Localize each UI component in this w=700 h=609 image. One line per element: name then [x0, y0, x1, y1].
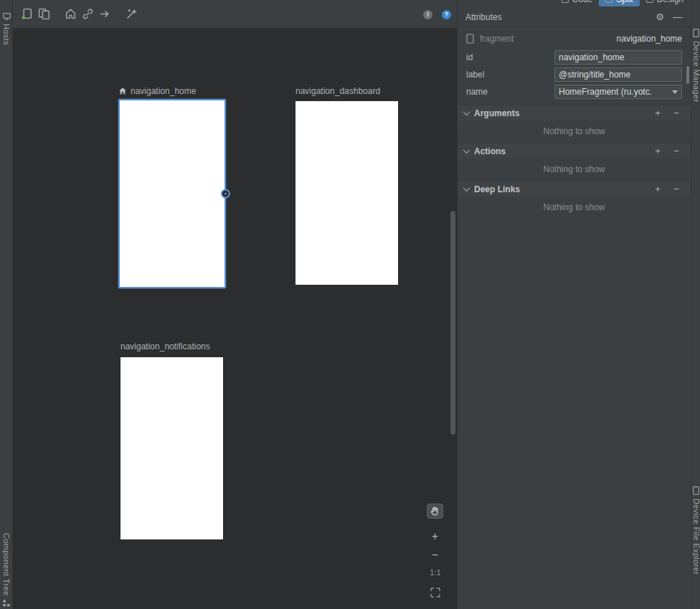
fragment-title-label: navigation_home — [131, 86, 196, 96]
navigation-editor-window: Code Split Design Hosts Component Tree — [0, 0, 700, 609]
fragment-title-label: navigation_notifications — [120, 341, 210, 351]
section-deep-links-header[interactable]: Deep Links + − — [458, 181, 691, 197]
attribute-sections: Arguments + − Nothing to show Actions + … — [458, 105, 691, 219]
action-arrow-icon — [99, 8, 111, 20]
id-field[interactable]: navigation_home — [554, 50, 682, 65]
name-field-label: name — [466, 87, 554, 97]
attributes-panel: Attributes ⚙ — fragment navigation_home … — [457, 0, 691, 609]
nested-graph-button[interactable] — [35, 6, 52, 23]
add-action-button[interactable] — [96, 6, 113, 23]
navigation-toolbar: ! ? — [13, 0, 457, 29]
add-argument-button[interactable]: + — [652, 108, 663, 118]
pan-button[interactable] — [427, 504, 443, 519]
attributes-scrollbar[interactable] — [686, 66, 689, 84]
empty-state-text: Nothing to show — [458, 159, 691, 181]
design-icon — [646, 0, 653, 3]
fragment-icon — [466, 34, 474, 44]
toolwindow-component-tree[interactable]: Component Tree — [0, 533, 13, 607]
component-id-value: navigation_home — [617, 34, 682, 44]
remove-action-button[interactable]: − — [671, 146, 682, 156]
toolwindow-device-manager[interactable]: Device Manager — [691, 29, 700, 103]
component-type-label: fragment — [480, 34, 514, 44]
chevron-down-icon — [463, 146, 470, 154]
assign-start-destination-button[interactable] — [62, 6, 79, 23]
field-row-name: name HomeFragment (ru.yotc. — [458, 83, 691, 100]
section-title: Arguments — [474, 108, 519, 118]
device-file-explorer-label: Device File Explorer — [692, 499, 700, 575]
start-destination-home-icon — [118, 87, 127, 95]
label-field[interactable]: @string/title_home — [554, 67, 682, 82]
component-type-row: fragment navigation_home — [458, 30, 691, 47]
attribute-fields: id navigation_home label @string/title_h… — [458, 49, 691, 100]
device-manager-label: Device Manager — [692, 41, 700, 103]
name-combobox[interactable]: HomeFragment (ru.yotc. — [554, 85, 682, 99]
component-tree-icon — [3, 600, 10, 607]
action-handle[interactable] — [221, 189, 230, 199]
chevron-down-icon — [463, 184, 470, 192]
field-row-label: label @string/title_home — [458, 66, 691, 83]
zoom-to-fit-icon — [430, 587, 441, 598]
navigation-graph-canvas[interactable]: navigation_home navigation_dashboard nav… — [13, 29, 457, 609]
fragment-notifications-preview[interactable] — [120, 357, 223, 539]
fragment-notifications-title[interactable]: navigation_notifications — [120, 341, 210, 352]
tab-split-label: Split — [616, 0, 633, 4]
fragment-dashboard-title[interactable]: navigation_dashboard — [295, 85, 380, 97]
add-action-button[interactable]: + — [652, 146, 663, 156]
help-icon[interactable]: ? — [442, 10, 451, 19]
code-icon — [562, 0, 569, 3]
hand-icon — [430, 506, 440, 516]
name-combobox-value: HomeFragment (ru.yotc. — [559, 85, 669, 98]
tab-design-label: Design — [657, 0, 684, 4]
left-toolwindow-stripe: Hosts Component Tree — [0, 0, 13, 609]
hosts-label: Hosts — [2, 24, 11, 45]
section-deep-links: Deep Links + − Nothing to show — [458, 181, 691, 219]
zoom-in-button[interactable]: + — [429, 531, 441, 542]
right-toolwindow-stripe: Device Manager Device File Explorer — [691, 0, 700, 609]
section-arguments-header[interactable]: Arguments + − — [458, 105, 691, 121]
remove-deep-link-button[interactable]: − — [671, 184, 682, 194]
new-destination-button[interactable] — [18, 6, 35, 23]
zoom-ratio-label[interactable]: 1:1 — [427, 568, 444, 577]
tab-design[interactable]: Design — [640, 0, 690, 6]
section-actions-header[interactable]: Actions + − — [458, 143, 691, 159]
auto-arrange-icon — [126, 8, 138, 20]
auto-arrange-button[interactable] — [123, 6, 140, 23]
home-icon — [65, 8, 77, 20]
add-deep-link-button[interactable]: + — [652, 184, 663, 194]
remove-argument-button[interactable]: − — [671, 108, 682, 118]
attributes-title: Attributes — [465, 12, 502, 22]
field-row-id: id navigation_home — [458, 49, 691, 66]
toolwindow-hosts[interactable]: Hosts — [0, 13, 13, 45]
toolwindow-device-file-explorer[interactable]: Device File Explorer — [691, 486, 700, 575]
empty-state-text: Nothing to show — [458, 121, 691, 143]
label-field-label: label — [466, 70, 554, 80]
hosts-icon — [3, 13, 11, 20]
component-tree-label: Component Tree — [2, 533, 11, 596]
fragment-title-label: navigation_dashboard — [295, 86, 380, 96]
zoom-out-button[interactable]: − — [429, 549, 441, 561]
fragment-home-preview[interactable] — [118, 99, 226, 288]
zoom-to-fit-button[interactable] — [430, 587, 441, 598]
tab-code-label: Code — [572, 0, 593, 4]
gear-icon[interactable]: ⚙ — [654, 12, 666, 22]
toolbar-status-icons: ! ? — [423, 0, 451, 29]
section-arguments: Arguments + − Nothing to show — [458, 105, 691, 143]
device-manager-icon — [693, 29, 699, 37]
tab-code[interactable]: Code — [555, 0, 600, 6]
fragment-dashboard-preview[interactable] — [295, 101, 398, 285]
fragment-home-title[interactable]: navigation_home — [118, 85, 196, 97]
link-icon — [82, 8, 94, 20]
chevron-down-icon — [672, 90, 678, 94]
new-destination-icon — [21, 8, 33, 20]
deep-link-button[interactable] — [79, 6, 96, 23]
hide-panel-icon[interactable]: — — [672, 12, 684, 22]
id-field-label: id — [466, 52, 554, 62]
empty-state-text: Nothing to show — [458, 197, 691, 219]
section-actions: Actions + − Nothing to show — [458, 143, 691, 181]
issue-indicator-icon[interactable]: ! — [423, 10, 432, 19]
tab-split[interactable]: Split — [599, 0, 639, 6]
nested-graph-icon — [38, 8, 50, 20]
split-icon — [605, 0, 612, 3]
section-title: Actions — [474, 146, 506, 156]
canvas-scrollbar[interactable] — [450, 211, 455, 435]
